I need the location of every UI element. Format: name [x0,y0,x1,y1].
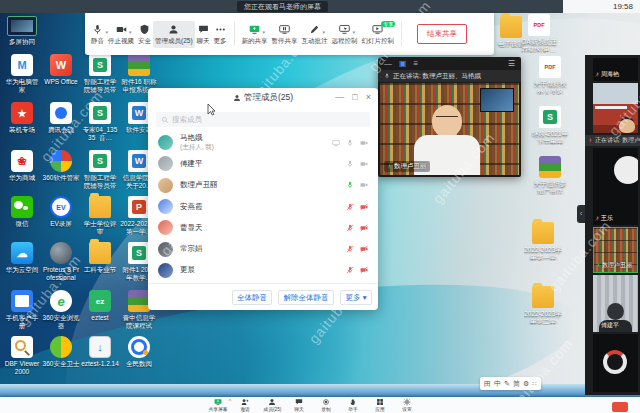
desktop-icon-10[interactable]: 360软件管家 [42,150,80,182]
bottombar-record[interactable]: 录制 [313,398,339,412]
member-row[interactable]: 曹显天 [148,217,378,238]
member-row[interactable]: 安燕霞 [148,196,378,217]
desktop-icon-25[interactable]: DBF Viewer 2000 [3,336,41,375]
member-row[interactable]: 数理卢丑丽 [148,175,378,196]
desktop-icon-9[interactable]: 华为商城 [3,150,41,182]
member-row[interactable]: 常宗娟 [148,238,378,259]
floating-video-window[interactable]: — ▣ ≡ ☰ 正在讲话: 数理卢丑丽、马艳娥 数理卢丑丽 [378,57,521,177]
desktop-icon-3[interactable]: 智能工程学院辅导员带班情… [81,54,119,93]
ime-button[interactable]: 中 [494,379,501,389]
video-tile-周海艳[interactable]: 周海艳 [593,58,638,81]
desktop-icon-28[interactable]: 全民数阅 [120,336,158,368]
bottombar-members[interactable]: 成员(25) [259,398,285,412]
desktop-icon-22[interactable]: 360安全浏览器 [42,290,80,329]
desktop-icon-right-4[interactable]: 继续-2021年下半年学习… [531,106,569,145]
end-share-button[interactable]: 结束共享 [417,24,467,44]
desktop-icon-right-7[interactable]: 2022-2023学年第二学期… [524,286,562,325]
toolbar-pause-share[interactable]: 暂停共享 [270,21,300,48]
ime-button[interactable]: ⚙ [523,380,529,388]
collapse-strip-icon[interactable]: ‹ [577,205,585,223]
desktop-icon-13[interactable]: 微信 [3,196,41,228]
desktop-icon-1[interactable]: 华为电脑管家 [3,54,41,93]
desktop-icon-right-3[interactable]: 关于做好校外人员返校… [531,56,569,95]
ime-button[interactable]: 田 [484,379,491,389]
desktop-icon-14[interactable]: EV录屏 [42,196,80,228]
member-row[interactable]: 傅建平 [148,153,378,174]
toolbar-security[interactable]: 安全 [136,21,153,48]
mic-icon[interactable] [346,245,354,253]
member-list-icon[interactable]: ☰ [508,59,515,68]
toolbar-stop-video[interactable]: ▾停止视频 [106,21,136,48]
chevron-down-icon[interactable]: ▾ [353,29,356,35]
chevron-down-icon[interactable]: ▾ [263,29,266,35]
camera-icon[interactable] [360,160,368,168]
video-tile-ring[interactable] [593,334,638,392]
video-tile-王乐[interactable]: 王乐 [593,148,638,225]
desktop-icon-17[interactable]: 华为云空间 [3,242,41,274]
video-tile-building[interactable] [593,83,638,133]
desktop-icon-18[interactable]: Proteus 8 Professional [42,242,80,281]
layout-icon[interactable]: ▣ [399,59,407,68]
toolbar-chat[interactable]: 聊天 [195,21,212,48]
desktop-icon-right-5[interactable]: 关于组织参加广州活动… [531,156,569,195]
ime-toolbar[interactable]: 田中✎简⚙∷ [480,377,541,390]
toolbar-new-share[interactable]: ▾新的共享 [240,21,270,48]
desktop-icon-6[interactable]: 腾讯会议 [42,102,80,134]
chevron-down-icon[interactable]: ▾ [323,29,326,35]
desktop-icon-right-2[interactable]: OA新系统迁存储区(电… [520,14,558,53]
camera-icon[interactable] [360,203,368,211]
mic-icon[interactable] [346,139,354,147]
chevron-up-icon[interactable]: ^ [229,398,232,404]
bottombar-apps[interactable]: 应用 [367,398,393,412]
mic-icon[interactable] [346,266,354,274]
desktop-icon-2[interactable]: WPS Office [42,54,80,86]
desktop-icon-23[interactable]: eztest [81,290,119,322]
bottombar-settings[interactable]: 设置 [394,398,420,412]
unmute-all-button[interactable]: 解除全体静音 [278,290,334,305]
desktop-icon-27[interactable]: eztest-1.2.14 [81,336,119,368]
video-tile-傅建平[interactable]: 傅建平 [593,275,638,332]
desktop-icon-11[interactable]: 智能工程学院辅导员带班细… [81,150,119,189]
desktop-icon-26[interactable]: 360安全卫士 [42,336,80,368]
ime-button[interactable]: ∷ [532,380,536,388]
maximize-button[interactable]: □ [352,92,357,103]
mic-icon[interactable] [346,181,354,189]
mic-icon[interactable] [346,160,354,168]
desktop-icon-15[interactable]: 学士学位评审 [81,196,119,235]
search-input[interactable]: 搜索成员 [156,112,370,127]
more-button[interactable]: 更多 ▾ [340,290,372,305]
mic-icon[interactable] [346,224,354,232]
camera-icon[interactable] [360,181,368,189]
video-tile-数理卢丑丽[interactable]: 数理卢丑丽 [593,227,638,273]
menu-icon[interactable]: ≡ [414,59,419,68]
bottombar-share-screen[interactable]: ^共享屏幕 [205,398,231,412]
mic-icon[interactable] [346,203,354,211]
toolbar-annotation[interactable]: ▾互动批注 [300,21,330,48]
minimize-button[interactable]: — [335,92,344,103]
ime-button[interactable]: 简 [513,379,520,389]
bottombar-chat[interactable]: 聊天 [286,398,312,412]
close-button[interactable]: × [366,92,371,103]
camera-icon[interactable] [360,245,368,253]
toolbar-more[interactable]: 更多 [212,21,229,48]
desktop-icon-7[interactable]: 专家04_13535_音… [81,102,119,141]
ime-button[interactable]: ✎ [504,380,510,388]
bottombar-raise-hand[interactable]: 举手 [340,398,366,412]
desktop-icon-corner[interactable]: 多屏协同 [2,16,42,46]
mute-all-button[interactable]: 全体静音 [232,290,272,305]
minimize-icon[interactable]: — [384,59,392,68]
toolbar-manage-members[interactable]: 管理成员(25) [153,21,195,48]
chevron-down-icon[interactable]: ▾ [129,29,132,35]
desktop-icon-5[interactable]: 装机专场 [3,102,41,134]
toolbar-remote-control[interactable]: ▾远程控制 [330,21,360,48]
desktop-icon-19[interactable]: 工科专业节 [81,242,119,274]
desktop-icon-21[interactable]: 手机客户手册 [3,290,41,329]
bottombar-invite[interactable]: 邀请 [232,398,258,412]
camera-icon[interactable] [360,266,368,274]
member-row[interactable]: 马艳娥(主持人, 我) [148,132,378,153]
camera-icon[interactable] [360,224,368,232]
member-row[interactable]: 更晨 [148,260,378,281]
camera-icon[interactable] [360,139,368,147]
toolbar-slide-control[interactable]: 专享幻灯片控制 [360,21,397,48]
toolbar-mute[interactable]: ▾静音 [89,21,106,48]
